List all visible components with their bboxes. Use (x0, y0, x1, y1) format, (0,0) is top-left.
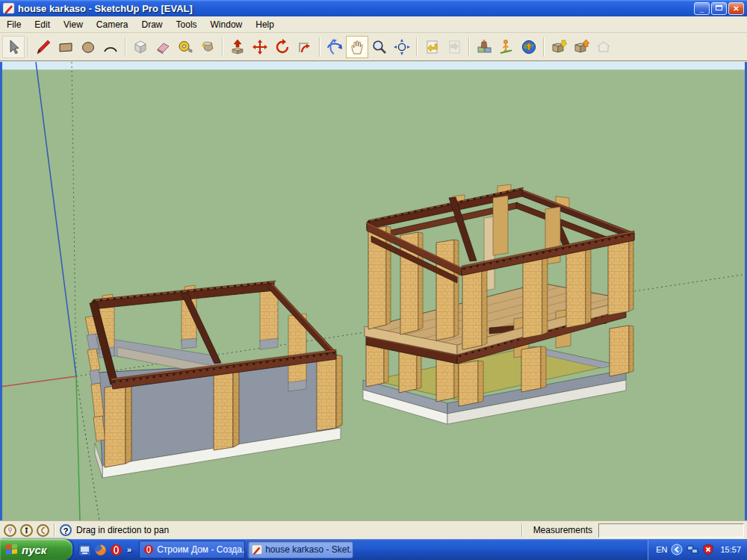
restore-button[interactable] (711, 2, 727, 15)
menu-bar: FileEditViewCameraDrawToolsWindowHelp (0, 16, 747, 33)
statusbar-separator (521, 523, 523, 537)
menu-item[interactable]: Draw (135, 17, 170, 32)
task-buttons: Строим Дом - Созда... house karkaso - Sk… (139, 541, 353, 559)
firefox-icon[interactable] (94, 544, 107, 556)
tool-rectangle-button[interactable] (55, 36, 77, 58)
system-tray: EN 15:57 (648, 539, 747, 560)
tool-offset-button[interactable] (294, 36, 316, 58)
signin-status-icon[interactable] (37, 524, 49, 537)
tool-orbit-button[interactable] (323, 36, 346, 58)
menu-item[interactable]: Tools (170, 17, 204, 32)
tool-photo-textures-button[interactable] (473, 36, 495, 58)
sketchup-app-icon (3, 2, 15, 14)
minimize-button[interactable]: _ (694, 2, 710, 15)
toolbar (0, 33, 747, 61)
tool-previous-button[interactable] (421, 36, 443, 58)
menu-item[interactable]: Help (249, 17, 281, 32)
tool-zoom-extents-button[interactable] (391, 36, 413, 58)
window-title: house karkaso - SketchUp Pro [EVAL] (18, 3, 193, 14)
language-indicator[interactable]: EN (656, 545, 667, 554)
tool-line-button[interactable] (32, 36, 55, 58)
desktop: house karkaso - SketchUp Pro [EVAL] _ ✕ … (0, 0, 747, 560)
menu-item[interactable]: File (0, 17, 28, 32)
tool-move-button[interactable] (249, 36, 271, 58)
tool-circle-button[interactable] (77, 36, 99, 58)
sky (0, 62, 747, 70)
quick-launch: » (78, 544, 131, 556)
tv-app-icon[interactable] (78, 544, 91, 556)
tool-rotate-button[interactable] (271, 36, 294, 58)
opera-icon (143, 544, 154, 555)
tool-pan-button[interactable] (346, 36, 368, 58)
start-button[interactable]: пуск (0, 539, 72, 560)
title-bar[interactable]: house karkaso - SketchUp Pro [EVAL] _ ✕ (0, 0, 747, 16)
tool-arc-button[interactable] (99, 36, 122, 58)
tool-get-models-button[interactable] (548, 36, 570, 58)
modeling-viewport[interactable] (0, 62, 747, 520)
tool-paint-bucket-button[interactable] (196, 36, 219, 58)
tool-make-component-button[interactable] (129, 36, 152, 58)
opera-icon[interactable] (110, 544, 123, 556)
close-button[interactable]: ✕ (728, 2, 744, 15)
tool-component-person-button[interactable] (495, 36, 518, 58)
tool-zoom-button[interactable] (368, 36, 391, 58)
credit-status-icon[interactable] (20, 524, 33, 537)
two-story-frame-model (363, 184, 634, 424)
network-icon[interactable] (686, 544, 698, 556)
tool-google-earth-button[interactable] (518, 36, 540, 58)
statusbar-separator (54, 523, 55, 537)
hide-icons-chevron[interactable] (671, 544, 683, 556)
menu-item[interactable]: View (57, 17, 90, 32)
status-hint: Drag in direction to pan (76, 525, 169, 535)
tool-eraser-button[interactable] (152, 36, 174, 58)
tool-tape-measure-button[interactable] (174, 36, 196, 58)
tool-select-button[interactable] (2, 36, 25, 58)
measurements-box[interactable] (598, 523, 744, 538)
tool-push-pull-button[interactable] (226, 36, 249, 58)
measurements-label: Measurements (533, 525, 592, 535)
tool-next-button[interactable] (443, 36, 465, 58)
taskbar-button-sketchup[interactable]: house karkaso - Sket... (247, 541, 353, 559)
window-border-left (0, 62, 2, 520)
task-label: Строим Дом - Созда... (157, 544, 245, 555)
status-bar: ? Drag in direction to pan Measurements (0, 520, 747, 539)
sketchup-icon (252, 544, 262, 555)
task-label: house karkaso - Sket... (265, 544, 353, 555)
menu-item[interactable]: Camera (90, 17, 135, 32)
menu-item[interactable]: Edit (28, 17, 57, 32)
menu-item[interactable]: Window (204, 17, 249, 32)
tool-add-building-button[interactable] (592, 36, 615, 58)
3d-scene (0, 62, 747, 520)
taskbar-clock[interactable]: 15:57 (720, 545, 741, 554)
taskbar: пуск » Строим Дом - Созда... house karka… (0, 539, 747, 560)
start-label: пуск (22, 544, 46, 556)
geolocation-status-icon[interactable] (4, 524, 16, 537)
windows-flag-icon (6, 544, 18, 556)
taskbar-button-browser[interactable]: Строим Дом - Созда... (139, 541, 245, 559)
security-alert-icon[interactable] (702, 544, 714, 556)
tool-share-model-button[interactable] (570, 36, 592, 58)
quick-launch-overflow[interactable]: » (127, 545, 131, 554)
help-icon[interactable]: ? (60, 524, 72, 536)
